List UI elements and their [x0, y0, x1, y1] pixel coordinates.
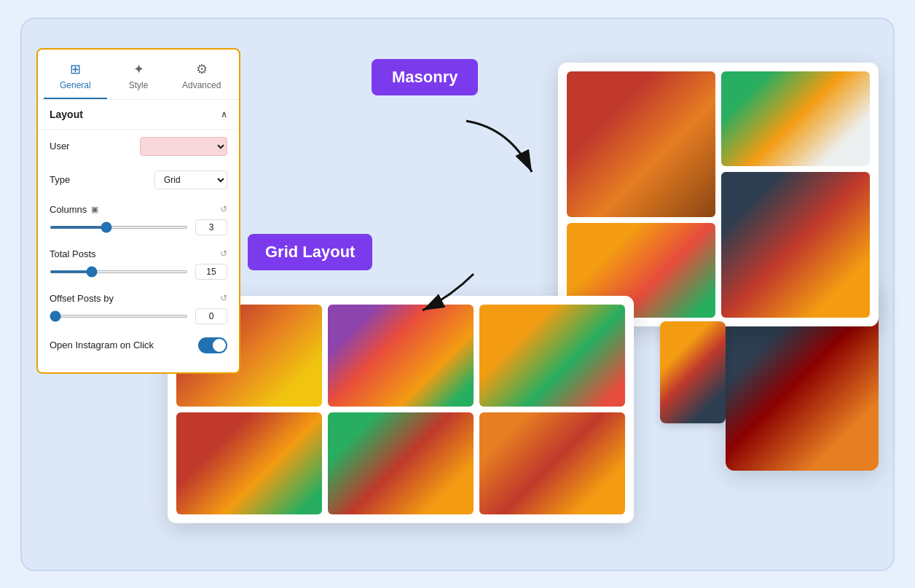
side-egg-image: [660, 321, 726, 423]
main-container: ⊞ General ✦ Style ⚙ Advanced Layout ∧ Us…: [20, 17, 895, 571]
grid-img-noodles: [479, 305, 625, 407]
masonry-col-2: [721, 71, 870, 318]
type-field-row: Type Grid: [38, 163, 239, 197]
offset-posts-reset-icon[interactable]: ↺: [220, 293, 227, 303]
total-posts-label-group: Total Posts: [50, 248, 96, 259]
layout-section-title: Layout: [50, 109, 83, 120]
offset-posts-label-row: Offset Posts by ↺: [38, 286, 239, 305]
columns-slider-row: [38, 216, 239, 241]
style-icon: ✦: [133, 61, 144, 77]
grid-img-tagliatelle: [479, 412, 625, 514]
grid-card-inner: [176, 305, 625, 514]
offset-posts-label: Offset Posts by: [50, 293, 114, 304]
columns-icon: ▣: [91, 205, 98, 214]
columns-slider[interactable]: [50, 226, 188, 229]
masonry-arrow: [452, 114, 546, 187]
tab-bar: ⊞ General ✦ Style ⚙ Advanced: [38, 50, 239, 100]
chevron-up-icon: ∧: [221, 109, 227, 119]
instagram-toggle-label: Open Instagram on Click: [50, 340, 154, 350]
type-control: Grid: [154, 170, 227, 189]
total-posts-label: Total Posts: [50, 248, 96, 259]
columns-label: Columns: [50, 204, 87, 215]
user-control: [140, 137, 227, 156]
tab-advanced[interactable]: ⚙ Advanced: [170, 55, 233, 99]
user-label: User: [50, 141, 69, 152]
columns-label-row: Columns ▣ ↺: [38, 197, 239, 216]
offset-posts-value-input[interactable]: [195, 308, 227, 324]
type-select[interactable]: Grid: [154, 170, 227, 189]
masonry-img-ramen: [721, 172, 870, 318]
grid-layout-badge: Grid Layout: [248, 234, 372, 270]
grid-img-burger: [176, 412, 322, 514]
total-posts-slider[interactable]: [50, 270, 188, 273]
type-label: Type: [50, 174, 70, 185]
columns-label-group: Columns ▣: [50, 204, 98, 215]
total-posts-reset-icon[interactable]: ↺: [220, 248, 227, 259]
offset-posts-label-group: Offset Posts by: [50, 293, 114, 304]
masonry-badge: Masonry: [372, 59, 478, 95]
grid-img-chicken: [328, 412, 474, 514]
tab-general-label: General: [60, 80, 91, 90]
tab-general[interactable]: ⊞ General: [44, 55, 107, 99]
tab-style[interactable]: ✦ Style: [107, 55, 170, 99]
instagram-toggle[interactable]: [198, 337, 227, 353]
masonry-img-salad: [721, 71, 870, 166]
user-select[interactable]: [140, 137, 227, 156]
general-icon: ⊞: [70, 61, 81, 77]
layout-section-header[interactable]: Layout ∧: [38, 100, 239, 130]
masonry-img-pizza: [567, 71, 715, 217]
offset-posts-slider[interactable]: [50, 315, 188, 318]
sidebar-panel: ⊞ General ✦ Style ⚙ Advanced Layout ∧ Us…: [36, 48, 240, 374]
masonry-card: [558, 63, 879, 326]
tab-advanced-label: Advanced: [182, 80, 221, 90]
masonry-grid: [567, 71, 870, 318]
masonry-col-1: [567, 71, 715, 318]
instagram-toggle-row: Open Instagram on Click: [38, 330, 239, 361]
offset-posts-slider-row: [38, 305, 239, 330]
total-posts-slider-row: [38, 261, 239, 286]
columns-value-input[interactable]: [195, 219, 227, 235]
advanced-icon: ⚙: [196, 61, 208, 77]
grid-layout-arrow: [415, 267, 488, 325]
masonry-badge-text: Masonry: [392, 68, 458, 86]
tab-style-label: Style: [129, 80, 149, 90]
total-posts-label-row: Total Posts ↺: [38, 241, 239, 261]
total-posts-value-input[interactable]: [195, 264, 227, 280]
user-field-row: User: [38, 130, 239, 163]
columns-reset-icon[interactable]: ↺: [220, 204, 227, 214]
grid-layout-badge-text: Grid Layout: [265, 243, 355, 261]
